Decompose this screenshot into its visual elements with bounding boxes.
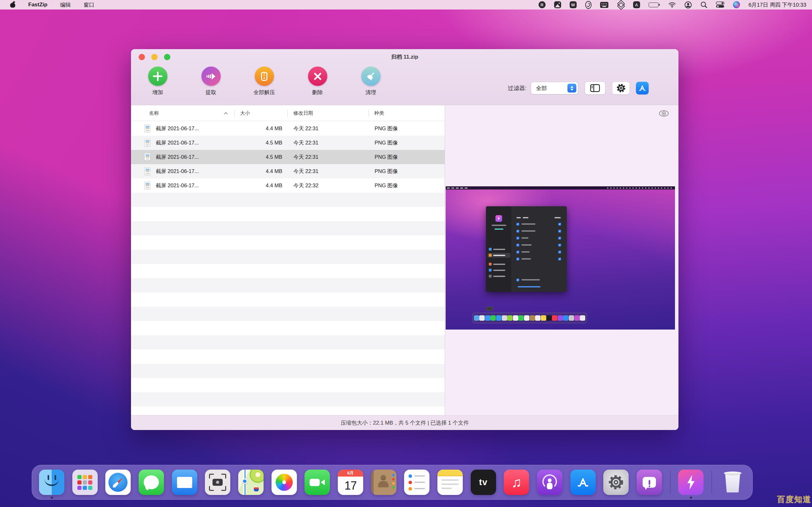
desktop: FastZip 编辑 窗口 R W A [0,0,812,507]
file-list: 名称 大小 修改日期 种类 [131,106,445,415]
r-badge-icon[interactable]: R [539,1,546,8]
dock-appletv-icon[interactable]: tv [471,469,496,495]
menu-clock[interactable]: 6月17日 周四 下午10:33 [749,1,806,9]
layers-icon[interactable] [617,1,624,9]
wifi-icon[interactable] [668,1,676,9]
sidebar-toggle-button[interactable] [585,82,605,95]
filter-group: 过滤器: 全部 [508,82,649,95]
filter-label: 过滤器: [508,84,526,92]
filter-value: 全部 [536,84,547,92]
user-icon[interactable] [684,1,692,9]
calendar-month: 6月 [338,469,363,476]
sidebar-panel-icon [590,84,600,92]
header-size[interactable]: 大小 [240,106,250,121]
x-icon [308,66,327,86]
dock-photos-icon[interactable] [271,469,297,495]
quicklook-eye-icon[interactable] [658,109,670,118]
header-kind[interactable]: 种类 [374,106,384,121]
menu-edit[interactable]: 编辑 [60,1,71,9]
dock-trash-icon[interactable] [720,469,745,495]
appstore-a-icon [638,83,647,93]
dock-launchpad-icon[interactable] [72,469,98,495]
status-text: 压缩包大小：22.1 MB，共 5 个文件 | 已选择 1 个文件 [341,419,469,427]
status-bar: 压缩包大小：22.1 MB，共 5 个文件 | 已选择 1 个文件 [131,415,678,430]
dock-calendar-icon[interactable]: 6月 17 [338,469,363,495]
table-row[interactable]: 截屏 2021-06-17... 4.5 MB 今天 22:31 PNG 图像 [131,135,445,150]
apple-menu-icon[interactable] [10,2,15,8]
screenshot-app-icon[interactable] [554,1,561,9]
dock-screenshot-icon[interactable] [205,469,230,495]
dock-feedback-icon[interactable] [637,469,662,495]
dock-appstore-icon[interactable] [570,469,596,495]
header-date[interactable]: 修改日期 [293,106,313,121]
toolbar: 增加 提取 全部解压 删除 [131,66,397,96]
arrow-right-icon [201,66,221,86]
window-content: 名称 大小 修改日期 种类 [131,106,678,415]
png-file-icon [144,139,150,147]
menu-window[interactable]: 窗口 [84,1,94,9]
dock-separator [670,470,670,494]
input-method-a-icon[interactable]: A [633,1,640,8]
watermark: 百度知道 [777,494,811,504]
delete-button[interactable]: 删除 [291,66,344,96]
dock-separator [711,470,712,494]
settings-button[interactable] [612,82,629,95]
running-indicator [51,497,53,499]
table-row[interactable]: 截屏 2021-06-17... 4.4 MB 今天 22:31 PNG 图像 [131,121,445,135]
extract-button[interactable]: 提取 [184,66,238,96]
calendar-day: 17 [338,476,363,495]
gear-icon [616,83,626,94]
table-body: 截屏 2021-06-17... 4.4 MB 今天 22:31 PNG 图像 … [131,121,445,415]
dock-finder-icon[interactable] [39,469,64,495]
clean-button[interactable]: 清理 [344,66,397,96]
window-header: 归档 11.zip 增加 提取 全部解压 [131,49,678,105]
dock-notes-icon[interactable] [438,469,463,495]
png-file-icon [144,153,150,161]
sort-ascending-icon [224,112,228,116]
plus-icon [148,66,167,86]
window-title: 归档 11.zip [131,53,678,60]
dock-system-preferences-icon[interactable] [603,469,629,495]
dock-podcasts-icon[interactable] [537,469,562,495]
dock-fastzip-icon[interactable] [678,469,704,495]
extract-all-button[interactable]: 全部解压 [238,66,291,96]
dock-contacts-icon[interactable] [371,469,397,495]
appstore-button[interactable] [636,82,649,95]
png-file-icon [144,124,150,132]
keyboard-icon[interactable] [600,1,608,9]
dock-mail-icon[interactable] [172,469,197,495]
shell-app-icon[interactable] [585,1,592,9]
table-header: 名称 大小 修改日期 种类 [131,106,445,121]
battery-icon[interactable] [649,1,660,9]
running-indicator [690,497,692,499]
stepper-icon [567,83,576,93]
filter-select[interactable]: 全部 [531,82,578,94]
header-name[interactable]: 名称 [149,106,159,121]
png-file-icon [144,167,150,175]
preview-image [446,186,675,330]
dock: 6月 17 tv ♫ [32,465,753,500]
table-row[interactable]: 截屏 2021-06-17... 4.4 MB 今天 22:31 PNG 图像 [131,164,445,178]
fastzip-window: 归档 11.zip 增加 提取 全部解压 [131,49,678,430]
menu-app-name[interactable]: FastZip [28,2,47,8]
menu-bar: FastZip 编辑 窗口 R W A [0,0,812,9]
w-app-icon[interactable]: W [570,1,577,8]
dock-facetime-icon[interactable] [305,469,330,495]
preview-pane [445,106,678,415]
dock-maps-icon[interactable] [238,469,264,495]
search-icon[interactable] [700,1,707,9]
siri-icon[interactable] [733,1,740,8]
png-file-icon [144,181,150,189]
dock-messages-icon[interactable] [139,469,164,495]
table-row[interactable]: 截屏 2021-06-17... 4.4 MB 今天 22:32 PNG 图像 [131,178,445,193]
control-center-icon[interactable] [716,1,724,9]
dock-safari-icon[interactable] [105,469,131,495]
add-button[interactable]: 增加 [131,66,184,96]
archive-box-icon [255,66,274,86]
broom-icon [361,66,380,86]
table-row-selected[interactable]: 截屏 2021-06-17... 4.5 MB 今天 22:31 PNG 图像 [131,150,445,164]
dock-reminders-icon[interactable] [404,469,429,495]
dock-music-icon[interactable]: ♫ [504,469,529,495]
